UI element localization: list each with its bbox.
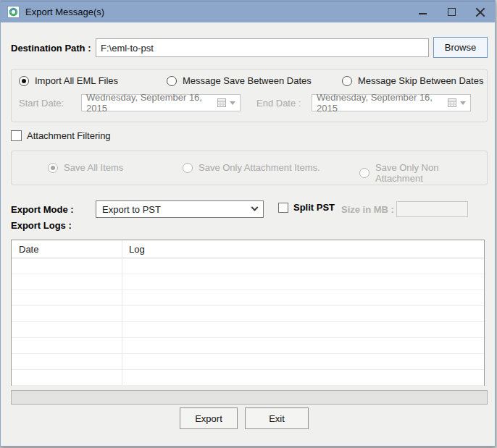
end-date-value: Wednesday, September 16, 2015 xyxy=(317,92,448,114)
attachment-filtering-checkbox[interactable]: Attachment Filtering xyxy=(11,130,111,141)
radio-label: Save All Items xyxy=(64,162,123,173)
maximize-icon xyxy=(448,8,456,16)
dropdown-arrow-icon xyxy=(230,101,235,105)
column-divider xyxy=(122,240,122,385)
close-icon xyxy=(475,7,485,17)
column-header-date: Date xyxy=(12,244,122,255)
export-mode-value: Export to PST xyxy=(102,204,161,215)
start-date-label: Start Date: xyxy=(19,98,64,109)
export-logs-table[interactable]: Date Log xyxy=(11,240,485,386)
size-in-mb-input xyxy=(396,201,468,217)
split-pst-label: Split PST xyxy=(293,202,335,213)
progress-bar xyxy=(11,390,488,405)
minimize-icon xyxy=(419,13,427,14)
table-row xyxy=(12,354,484,370)
checkbox-icon xyxy=(11,130,22,141)
table-row xyxy=(12,306,484,322)
split-pst-checkbox[interactable]: Split PST xyxy=(278,202,335,213)
attachment-options-group: Save All Items Save Only Attachment Item… xyxy=(11,151,488,185)
radio-label: Save Only Non Attachment xyxy=(375,162,487,184)
start-date-value: Wednesday, September 16, 2015 xyxy=(86,92,217,114)
column-header-log: Log xyxy=(122,244,145,255)
radio-save-only-non-attachment: Save Only Non Attachment xyxy=(359,162,487,184)
chevron-down-icon xyxy=(251,203,259,211)
radio-button-icon xyxy=(342,76,352,86)
end-date-picker[interactable]: Wednesday, September 16, 2015 xyxy=(312,94,471,111)
table-row xyxy=(12,338,484,354)
radio-label: Message Skip Between Dates xyxy=(358,75,483,86)
size-in-mb-label: Size in MB : xyxy=(341,204,394,215)
calendar-icon xyxy=(217,98,226,107)
radio-import-all-eml[interactable]: Import All EML Files xyxy=(19,75,118,86)
start-date-picker[interactable]: Wednesday, September 16, 2015 xyxy=(81,94,241,111)
radio-save-only-attachment: Save Only Attachment Items. xyxy=(183,162,320,173)
attachment-filtering-label: Attachment Filtering xyxy=(27,130,111,141)
import-options-group: Import All EML Files Message Save Betwee… xyxy=(11,69,488,122)
dropdown-arrow-icon xyxy=(460,101,466,105)
export-mode-label: Export Mode : xyxy=(11,204,74,215)
destination-path-label: Destination Path : xyxy=(11,43,91,54)
checkbox-icon xyxy=(278,203,288,213)
maximize-button[interactable] xyxy=(437,1,466,22)
export-mode-dropdown[interactable]: Export to PST xyxy=(96,200,264,218)
end-date-label: End Date : xyxy=(256,98,301,109)
radio-button-icon xyxy=(48,163,58,173)
export-logs-label: Export Logs : xyxy=(11,220,72,231)
table-row xyxy=(12,290,484,306)
table-row xyxy=(12,370,484,386)
minimize-button[interactable] xyxy=(408,1,437,22)
radio-button-icon xyxy=(19,76,29,86)
browse-button[interactable]: Browse xyxy=(433,37,488,58)
table-row xyxy=(12,274,484,290)
export-button[interactable]: Export xyxy=(180,407,238,429)
calendar-icon xyxy=(448,98,456,107)
radio-button-icon xyxy=(167,76,177,86)
close-button[interactable] xyxy=(466,1,495,22)
radio-label: Message Save Between Dates xyxy=(183,75,312,86)
table-body xyxy=(12,258,484,386)
titlebar: Export Message(s) xyxy=(1,1,495,22)
export-messages-window: Export Message(s) Destination Path : Bro… xyxy=(0,0,496,447)
exit-button[interactable]: Exit xyxy=(245,407,309,429)
radio-save-between-dates[interactable]: Message Save Between Dates xyxy=(167,75,312,86)
radio-label: Save Only Attachment Items. xyxy=(199,162,320,173)
table-row xyxy=(12,258,484,274)
table-row xyxy=(12,322,484,338)
table-header: Date Log xyxy=(12,240,484,258)
radio-skip-between-dates[interactable]: Message Skip Between Dates xyxy=(342,75,483,86)
window-title: Export Message(s) xyxy=(25,7,104,17)
radio-button-icon xyxy=(183,163,193,173)
radio-label: Import All EML Files xyxy=(35,75,118,86)
app-icon xyxy=(7,6,20,18)
destination-path-input[interactable] xyxy=(96,38,429,57)
radio-button-icon xyxy=(359,168,369,178)
radio-save-all-items: Save All Items xyxy=(48,162,123,173)
